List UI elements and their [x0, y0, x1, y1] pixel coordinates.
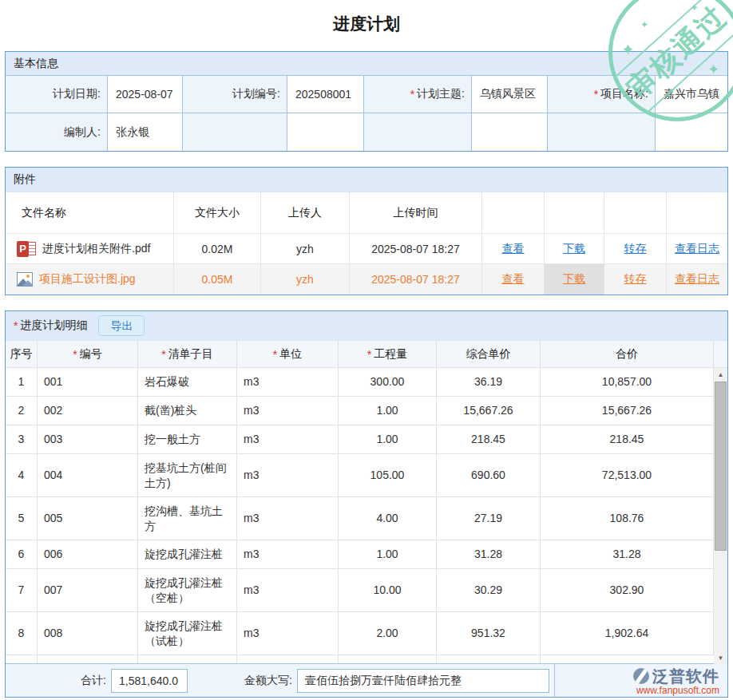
- total-cell: 31.28: [541, 540, 714, 568]
- uploader-cell: yzh: [261, 264, 350, 295]
- export-button[interactable]: 导出: [98, 315, 145, 336]
- table-row: 4 004 挖基坑土方(桩间土方) m3 105.00 690.60 72,51…: [6, 454, 714, 497]
- action-cell: 查看: [482, 264, 545, 295]
- total-cell: 302.90: [541, 569, 714, 611]
- code-cell: 003: [38, 425, 138, 453]
- item-cell: 旋挖成孔灌注桩: [138, 540, 237, 568]
- total-cell: 108.76: [541, 497, 714, 540]
- detail-footer: 合计: 1,581,640.0 金额大写: 壹佰伍拾捌万壹仟陆佰肆拾元整 泛普软…: [6, 663, 727, 697]
- table-row: 8 008 旋挖成孔灌注桩（试桩） m3 2.00 951.32 1,902.6…: [6, 612, 714, 655]
- unit-cell: m3: [237, 497, 339, 540]
- action-cell: 下载: [545, 264, 604, 295]
- brand-name: 泛普软件: [652, 666, 719, 687]
- unit-cell: m3: [237, 612, 339, 655]
- fanpu-logo-icon: [633, 668, 649, 684]
- total-label: 合计:: [6, 674, 106, 688]
- col-total-price: 合价: [541, 341, 714, 367]
- view-log-link[interactable]: 查看日志: [675, 242, 719, 256]
- action-cell: 查看: [482, 234, 545, 264]
- detail-table-header: 序号 *编号 *清单子目 *单位 *工程量 综合单价 合价: [6, 341, 727, 368]
- col-file-size: 文件大小: [174, 192, 261, 234]
- attachment-row: P 进度计划相关附件.pdf 0.02M yzh 2025-08-07 18:2…: [6, 234, 727, 264]
- seq-cell: 7: [6, 569, 38, 611]
- scrollbar-spacer: [714, 341, 727, 367]
- schedule-detail-title: 进度计划明细: [20, 318, 87, 333]
- attachments-panel: 附件 文件名称 文件大小 上传人 上传时间 P 进度计划相关附件.pdf 0.0…: [5, 167, 728, 295]
- seq-cell: 4: [6, 454, 38, 496]
- qty-cell: 4.00: [339, 497, 437, 540]
- plan-date-value: 2025-08-07: [108, 76, 183, 113]
- empty-cell: [656, 113, 727, 151]
- code-cell: 002: [38, 397, 138, 425]
- empty-cell: [472, 113, 548, 151]
- price-cell: 15,667.26: [437, 397, 541, 425]
- project-name-label: *项目名称:: [548, 76, 656, 113]
- item-cell: 挖基坑土方(桩间土方): [138, 454, 237, 496]
- price-cell: 36.19: [437, 368, 541, 396]
- empty-cell: [287, 113, 364, 151]
- basic-info-grid: 计划日期: 2025-08-07 计划编号: 202508001 *计划主题: …: [6, 76, 727, 151]
- download-link[interactable]: 下载: [563, 272, 585, 287]
- item-cell: 旋挖成孔灌注桩（空桩）: [138, 569, 237, 611]
- col-unit: *单位: [237, 341, 339, 367]
- unit-cell: m3: [237, 454, 339, 496]
- page: 进度计划 审核通过 ✦ ✦ ✦ ✦ ✦ ✦ 基本信息 计划日期: 2025-08…: [0, 0, 733, 700]
- code-cell: 007: [38, 569, 138, 611]
- code-cell: 006: [38, 540, 138, 568]
- col-action: [604, 192, 667, 234]
- download-link[interactable]: 下载: [563, 242, 585, 256]
- total-cell: 72,513.00: [541, 454, 714, 496]
- transfer-link[interactable]: 转存: [624, 242, 647, 256]
- view-link[interactable]: 查看: [502, 272, 525, 287]
- total-value-box: 1,581,640.0: [111, 669, 188, 693]
- col-file-name: 文件名称: [6, 192, 174, 234]
- col-item: *清单子目: [138, 341, 237, 367]
- seq-cell: 6: [6, 540, 38, 568]
- item-cell: 旋挖成孔灌注桩（试桩）: [138, 612, 237, 655]
- detail-scroll-area: 1 001 岩石爆破 m3 300.00 36.19 10,857.00 2 0…: [6, 368, 727, 663]
- price-cell: 30.29: [437, 569, 541, 611]
- image-file-icon: [17, 272, 33, 287]
- qty-cell: 1.00: [339, 540, 437, 568]
- col-unit-price: 综合单价: [437, 341, 541, 367]
- basic-info-title: 基本信息: [14, 57, 58, 71]
- view-log-link[interactable]: 查看日志: [675, 272, 719, 287]
- plan-number-value: 202508001: [287, 76, 364, 113]
- plan-subject-label: *计划主题:: [364, 76, 472, 113]
- pdf-file-icon: P: [17, 241, 36, 257]
- vertical-scrollbar[interactable]: ▲ ▼: [714, 368, 727, 664]
- upload-time-cell: 2025-08-07 18:27: [350, 264, 482, 295]
- unit-cell: m3: [237, 368, 339, 396]
- price-cell: 951.32: [437, 612, 541, 655]
- unit-cell: m3: [237, 397, 339, 425]
- transfer-link[interactable]: 转存: [624, 272, 647, 287]
- qty-cell: 1.00: [339, 425, 437, 453]
- detail-rows: 1 001 岩石爆破 m3 300.00 36.19 10,857.00 2 0…: [6, 368, 714, 663]
- amount-words-box: 壹佰伍拾捌万壹仟陆佰肆拾元整: [297, 669, 549, 693]
- price-cell: 690.60: [437, 454, 541, 496]
- scroll-up-arrow-icon[interactable]: ▲: [714, 368, 727, 381]
- item-cell: 挖一般土方: [138, 425, 237, 453]
- plan-number-label: 计划编号:: [183, 76, 287, 113]
- scrollbar-thumb[interactable]: [715, 382, 727, 551]
- partial-row: [6, 655, 714, 663]
- schedule-detail-panel: * 进度计划明细 导出 序号 *编号 *清单子目 *单位 *工程量 综合单价 合…: [5, 310, 728, 698]
- scroll-down-arrow-icon[interactable]: ▼: [714, 651, 727, 664]
- compiler-label: 编制人:: [6, 113, 108, 151]
- view-link[interactable]: 查看: [502, 242, 525, 256]
- qty-cell: 2.00: [339, 612, 437, 655]
- seq-cell: 1: [6, 368, 38, 396]
- col-action: [545, 192, 604, 234]
- action-cell: 下载: [545, 234, 604, 264]
- price-cell: 27.19: [437, 497, 541, 540]
- schedule-detail-header: * 进度计划明细 导出: [6, 311, 727, 341]
- col-action: [667, 192, 727, 234]
- seq-cell: 8: [6, 612, 38, 655]
- table-row: 3 003 挖一般土方 m3 1.00 218.45 218.45: [6, 425, 714, 454]
- code-cell: 008: [38, 612, 138, 655]
- attachments-table-header: 文件名称 文件大小 上传人 上传时间: [6, 192, 727, 234]
- total-cell: 1,902.64: [541, 612, 714, 655]
- table-row: 1 001 岩石爆破 m3 300.00 36.19 10,857.00: [6, 368, 714, 397]
- plan-date-label: 计划日期:: [6, 76, 108, 113]
- unit-cell: m3: [237, 540, 339, 568]
